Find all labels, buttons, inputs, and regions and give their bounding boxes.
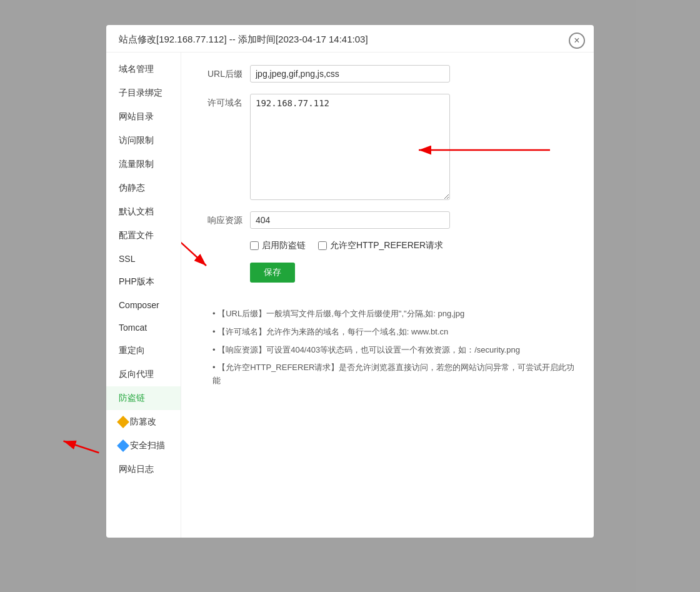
- response-resource-input[interactable]: [250, 211, 450, 229]
- close-button[interactable]: ×: [569, 33, 585, 49]
- sidebar-item-composer[interactable]: Composer: [106, 294, 181, 316]
- url-suffix-label: URL后缀: [200, 65, 250, 80]
- sidebar-item-default-doc[interactable]: 默认文档: [106, 200, 181, 224]
- sidebar-item-scan[interactable]: 安全扫描: [106, 434, 181, 458]
- help-item-3: 【允许空HTTP_REFERER请求】是否允许浏览器直接访问，若您的网站访问异常…: [212, 361, 575, 388]
- modal-dialog: 站点修改[192.168.77.112] -- 添加时间[2023-04-17 …: [106, 25, 594, 538]
- checkbox-row: 启用防盗链 允许空HTTP_REFERER请求: [200, 240, 575, 251]
- sidebar-item-domain[interactable]: 域名管理: [106, 58, 181, 81]
- sidebar: 域名管理 子目录绑定 网站目录 访问限制 流量限制 伪静态 默认: [106, 53, 181, 538]
- sidebar-item-subdir[interactable]: 子目录绑定: [106, 81, 181, 105]
- sidebar-item-log[interactable]: 网站日志: [106, 458, 181, 481]
- sidebar-item-webdir[interactable]: 网站目录: [106, 105, 181, 129]
- enable-hotlink-label[interactable]: 启用防盗链: [250, 240, 306, 251]
- help-item-0: 【URL后缀】一般填写文件后缀,每个文件后缀使用","分隔,如: png,jpg: [212, 308, 575, 321]
- save-row: 保存: [200, 263, 575, 295]
- modal-overlay: 站点修改[192.168.77.112] -- 添加时间[2023-04-17 …: [0, 0, 700, 592]
- sidebar-item-pseudo[interactable]: 伪静态: [106, 176, 181, 200]
- save-button[interactable]: 保存: [250, 263, 295, 283]
- sidebar-item-ssl[interactable]: SSL: [106, 248, 181, 270]
- content-area: URL后缀 许可域名 192.168.77.112: [181, 53, 594, 538]
- help-item-2: 【响应资源】可设置404/403等状态码，也可以设置一个有效资源，如：/secu…: [212, 344, 575, 357]
- diamond-blue-icon: [117, 439, 129, 452]
- help-section: 【URL后缀】一般填写文件后缀,每个文件后缀使用","分隔,如: png,jpg…: [200, 308, 575, 388]
- enable-hotlink-checkbox[interactable]: [250, 241, 259, 250]
- url-suffix-input[interactable]: [250, 65, 450, 83]
- sidebar-item-config[interactable]: 配置文件: [106, 224, 181, 248]
- modal-body: 域名管理 子目录绑定 网站目录 访问限制 流量限制 伪静态 默认: [106, 53, 594, 538]
- sidebar-item-redirect[interactable]: 重定向: [106, 339, 181, 363]
- sidebar-item-hotlink[interactable]: 防盗链: [106, 386, 181, 410]
- sidebar-item-reverse-proxy[interactable]: 反向代理: [106, 363, 181, 386]
- modal-title: 站点修改[192.168.77.112] -- 添加时间[2023-04-17 …: [119, 34, 368, 46]
- allow-empty-referer-checkbox[interactable]: [318, 241, 327, 250]
- allowed-domains-textarea[interactable]: 192.168.77.112: [250, 94, 450, 200]
- sidebar-item-traffic[interactable]: 流量限制: [106, 153, 181, 176]
- help-item-1: 【许可域名】允许作为来路的域名，每行一个域名,如: www.bt.cn: [212, 326, 575, 339]
- allowed-domains-row: 许可域名 192.168.77.112: [200, 94, 575, 200]
- allowed-domains-label: 许可域名: [200, 94, 250, 109]
- response-resource-row: 响应资源: [200, 211, 575, 229]
- url-suffix-row: URL后缀: [200, 65, 575, 83]
- sidebar-item-tomcat[interactable]: Tomcat: [106, 316, 181, 339]
- sidebar-item-tamper[interactable]: 防篡改: [106, 410, 181, 434]
- sidebar-item-access[interactable]: 访问限制: [106, 129, 181, 153]
- response-resource-label: 响应资源: [200, 211, 250, 226]
- diamond-orange-icon: [117, 416, 129, 428]
- svg-line-5: [64, 431, 99, 463]
- sidebar-item-php[interactable]: PHP版本: [106, 270, 181, 294]
- modal-header: 站点修改[192.168.77.112] -- 添加时间[2023-04-17 …: [106, 25, 594, 53]
- red-arrow-sidebar: [57, 425, 102, 468]
- allow-empty-referer-label[interactable]: 允许空HTTP_REFERER请求: [318, 240, 443, 251]
